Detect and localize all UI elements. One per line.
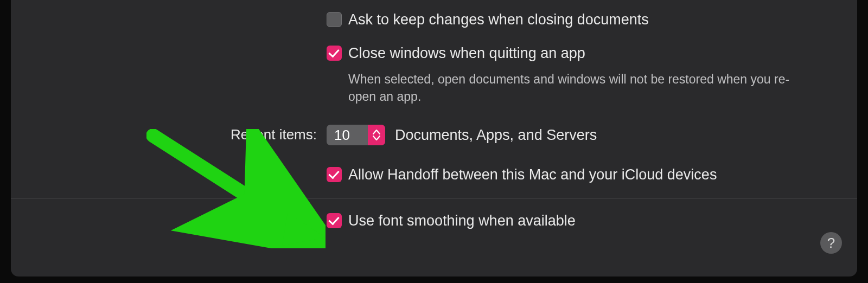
close-windows-label: Close windows when quitting an app — [348, 43, 585, 63]
font-smoothing-checkbox[interactable] — [327, 213, 342, 228]
recent-items-stepper[interactable]: 10 — [327, 125, 385, 145]
allow-handoff-checkbox[interactable] — [327, 167, 342, 182]
close-windows-description: When selected, open documents and window… — [348, 70, 799, 105]
close-windows-checkbox[interactable] — [327, 46, 342, 61]
ask-keep-changes-checkbox[interactable] — [327, 12, 342, 27]
font-smoothing-label: Use font smoothing when available — [348, 211, 576, 230]
option-row-recent-items: Recent items: 10 Documents, Apps, and Se… — [11, 125, 857, 145]
recent-items-value: 10 — [327, 125, 368, 145]
option-row-allow-handoff: Allow Handoff between this Mac and your … — [11, 165, 857, 184]
annotation-arrow-icon — [146, 129, 326, 248]
allow-handoff-label: Allow Handoff between this Mac and your … — [348, 165, 717, 184]
stepper-buttons-icon — [368, 125, 385, 145]
help-icon: ? — [827, 235, 835, 252]
help-button[interactable]: ? — [820, 232, 842, 254]
preferences-panel: Ask to keep changes when closing documen… — [11, 0, 857, 276]
option-row-close-windows: Close windows when quitting an app When … — [11, 43, 857, 105]
recent-items-suffix: Documents, Apps, and Servers — [395, 127, 597, 144]
recent-items-label: Recent items: — [11, 125, 327, 144]
ask-keep-changes-label: Ask to keep changes when closing documen… — [348, 10, 649, 29]
section-divider — [11, 198, 857, 199]
option-row-ask-keep-changes: Ask to keep changes when closing documen… — [11, 10, 857, 29]
option-row-font-smoothing: Use font smoothing when available — [11, 211, 857, 230]
